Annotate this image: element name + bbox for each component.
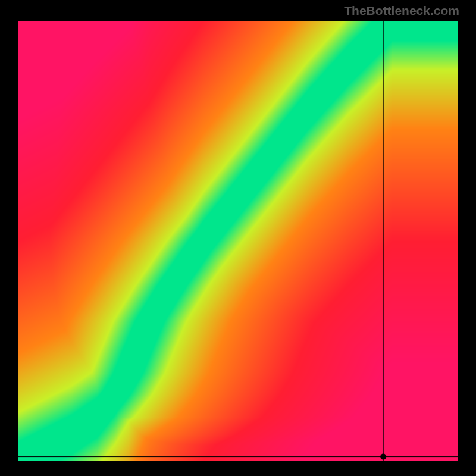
heatmap-chart <box>18 21 458 461</box>
watermark-text: TheBottleneck.com <box>344 4 459 18</box>
